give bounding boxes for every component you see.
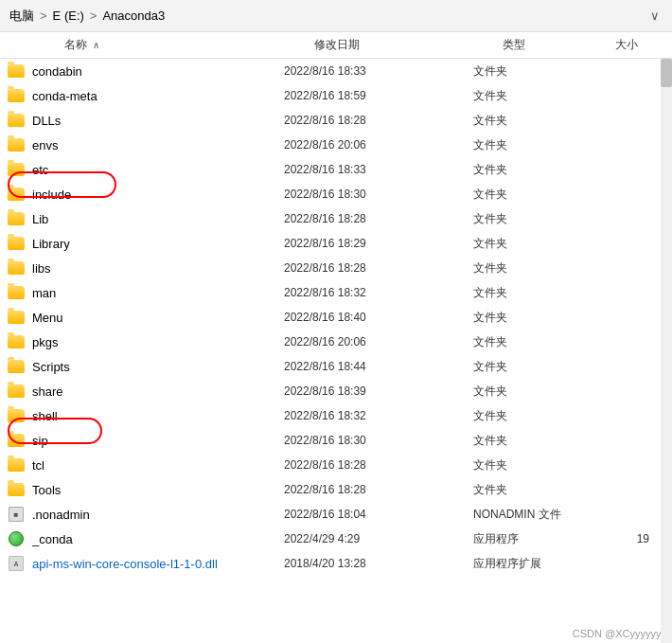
folder-icon xyxy=(8,286,25,299)
file-row[interactable]: Scripts2022/8/16 18:44文件夹 xyxy=(0,354,672,379)
column-header-row: 名称 ∧ 修改日期 类型 大小 xyxy=(0,32,672,59)
nonadmin-icon: ■ xyxy=(9,507,24,522)
file-name: conda-meta xyxy=(32,89,284,103)
folder-icon xyxy=(8,434,25,447)
file-row[interactable]: DLLs2022/8/16 18:28文件夹 xyxy=(0,108,672,133)
file-date: 2022/8/16 18:28 xyxy=(284,114,473,127)
file-row[interactable]: Menu2022/8/16 18:40文件夹 xyxy=(0,305,672,330)
folder-icon xyxy=(8,335,25,348)
file-row[interactable]: man2022/8/16 18:32文件夹 xyxy=(0,280,672,305)
file-row[interactable]: libs2022/8/16 18:28文件夹 xyxy=(0,256,672,280)
file-name: man xyxy=(32,286,284,300)
col-header-date[interactable]: 修改日期 xyxy=(314,37,503,53)
file-date: 2022/8/16 20:06 xyxy=(284,335,473,348)
file-name: pkgs xyxy=(32,335,284,349)
file-date: 2022/8/16 18:28 xyxy=(284,212,473,225)
file-icon-cell: A xyxy=(0,556,32,571)
breadcrumb-dropdown-icon[interactable]: ∨ xyxy=(647,9,663,24)
file-row[interactable]: shell2022/8/16 18:32文件夹 xyxy=(0,403,672,428)
file-size: 19 xyxy=(596,532,653,545)
file-icon-cell xyxy=(0,360,32,373)
file-icon-cell xyxy=(0,261,32,275)
file-row[interactable]: include2022/8/16 18:30文件夹 xyxy=(0,182,672,206)
file-row[interactable]: Tools2022/8/16 18:28文件夹 xyxy=(0,477,672,502)
file-type: 文件夹 xyxy=(473,137,596,153)
sort-arrow-name: ∧ xyxy=(90,40,101,50)
folder-icon xyxy=(8,138,25,152)
file-row[interactable]: Aapi-ms-win-core-console-l1-1-0.dll2018/… xyxy=(0,551,672,576)
file-icon-cell xyxy=(0,311,32,324)
file-row[interactable]: condabin2022/8/16 18:33文件夹 xyxy=(0,59,672,83)
file-date: 2022/8/16 18:28 xyxy=(284,483,473,496)
file-row[interactable]: envs2022/8/16 20:06文件夹 xyxy=(0,133,672,157)
file-name: Menu xyxy=(32,311,284,325)
file-type: 应用程序 xyxy=(473,531,596,547)
file-date: 2022/8/16 18:32 xyxy=(284,409,473,422)
file-row[interactable]: Lib2022/8/16 18:28文件夹 xyxy=(0,206,672,231)
file-type: 文件夹 xyxy=(473,310,596,326)
file-type: 文件夹 xyxy=(473,457,596,473)
file-row[interactable]: ■.nonadmin2022/8/16 18:04NONADMIN 文件 xyxy=(0,502,672,527)
dll-icon: A xyxy=(9,556,24,571)
file-name: etc xyxy=(32,163,284,177)
file-row[interactable]: share2022/8/16 18:39文件夹 xyxy=(0,379,672,403)
file-name: .nonadmin xyxy=(32,508,284,522)
folder-icon xyxy=(8,483,25,496)
file-icon-cell xyxy=(0,89,32,102)
breadcrumb-current: Anaconda3 xyxy=(102,9,165,23)
file-name: condabin xyxy=(32,64,284,79)
file-name: api-ms-win-core-console-l1-1-0.dll xyxy=(32,557,284,571)
file-name: include xyxy=(32,188,284,202)
file-name: Scripts xyxy=(32,360,284,374)
file-icon-cell xyxy=(0,409,32,422)
file-row[interactable]: conda-meta2022/8/16 18:59文件夹 xyxy=(0,83,672,108)
file-icon-cell xyxy=(0,434,32,447)
file-row[interactable]: etc2022/8/16 18:33文件夹 xyxy=(0,157,672,182)
col-header-name[interactable]: 名称 ∧ xyxy=(32,37,314,53)
file-name: _conda xyxy=(32,532,284,546)
file-date: 2022/8/16 18:44 xyxy=(284,360,473,373)
file-row[interactable]: Library2022/8/16 18:29文件夹 xyxy=(0,231,672,256)
file-icon-cell xyxy=(0,483,32,496)
file-type: 文件夹 xyxy=(473,88,596,104)
breadcrumb-sep-2: > xyxy=(90,9,97,23)
breadcrumb-bar: 电脑 > E (E:) > Anaconda3 ∨ xyxy=(0,0,672,32)
file-row[interactable]: pkgs2022/8/16 20:06文件夹 xyxy=(0,330,672,354)
folder-icon xyxy=(8,237,25,250)
col-header-size[interactable]: 大小 xyxy=(615,37,672,53)
file-type: 文件夹 xyxy=(473,359,596,375)
file-date: 2022/8/16 18:28 xyxy=(284,261,473,275)
file-name: tcl xyxy=(32,458,284,473)
file-date: 2018/4/20 13:28 xyxy=(284,557,473,570)
folder-icon xyxy=(8,360,25,373)
file-date: 2022/8/16 18:39 xyxy=(284,384,473,398)
folder-icon xyxy=(8,458,25,472)
file-date: 2022/8/16 18:30 xyxy=(284,188,473,201)
file-date: 2022/8/16 18:29 xyxy=(284,237,473,250)
scrollbar-thumb[interactable] xyxy=(661,59,672,87)
scrollbar-track[interactable] xyxy=(661,59,672,643)
file-icon-cell xyxy=(0,384,32,398)
breadcrumb-item-drive[interactable]: E (E:) xyxy=(53,9,84,23)
file-type: 文件夹 xyxy=(473,482,596,498)
file-icon-cell xyxy=(0,531,32,546)
file-row[interactable]: tcl2022/8/16 18:28文件夹 xyxy=(0,453,672,477)
file-date: 2022/8/16 18:33 xyxy=(284,163,473,176)
file-type: 文件夹 xyxy=(473,211,596,227)
file-row[interactable]: sip2022/8/16 18:30文件夹 xyxy=(0,428,672,453)
folder-icon xyxy=(8,114,25,127)
file-date: 2022/8/16 18:33 xyxy=(284,64,473,78)
file-name: envs xyxy=(32,138,284,152)
breadcrumb-item-computer[interactable]: 电脑 xyxy=(9,8,34,25)
file-icon-cell xyxy=(0,335,32,348)
file-type: 文件夹 xyxy=(473,162,596,178)
file-type: 文件夹 xyxy=(473,113,596,129)
file-name: shell xyxy=(32,409,284,423)
folder-icon xyxy=(8,89,25,102)
folder-icon xyxy=(8,212,25,225)
file-row[interactable]: _conda2022/4/29 4:29应用程序19 xyxy=(0,527,672,551)
file-icon-cell xyxy=(0,114,32,127)
file-icon-cell: ■ xyxy=(0,507,32,522)
col-header-type[interactable]: 类型 xyxy=(503,37,615,53)
file-date: 2022/8/16 18:28 xyxy=(284,458,473,472)
